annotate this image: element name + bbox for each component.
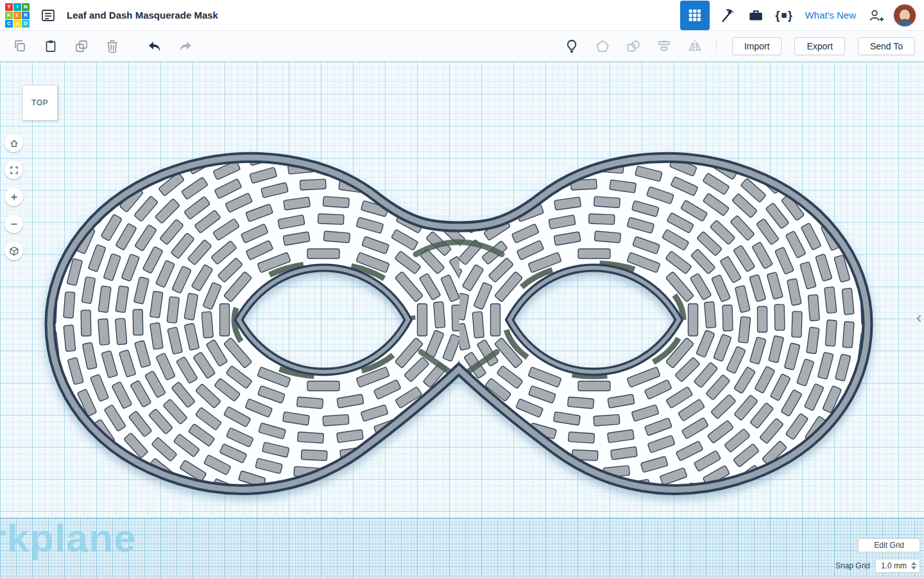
avatar[interactable] [893,4,916,27]
duplicate-icon [74,39,89,54]
logo-tile: D [22,20,30,28]
lightbulb-icon [564,39,579,54]
home-icon [9,138,19,148]
mask-model[interactable] [0,62,924,578]
properties-list-icon [40,8,56,23]
fit-view-button[interactable] [4,161,23,179]
logo-tile: A [13,20,21,28]
logo-tile: E [13,12,21,19]
snap-grid-label: Snap Grid [835,561,870,570]
paste-icon [43,39,58,54]
view-cube[interactable]: TOP [22,85,58,121]
trash-icon [105,39,120,54]
zoom-in-button[interactable] [4,188,23,206]
logo-tile: C [5,20,13,28]
redo-button[interactable] [175,35,196,57]
flip-button[interactable] [684,35,706,57]
mirror-flip-icon [687,39,703,54]
canvas-viewport[interactable]: Workplane TOP [0,62,924,578]
logo-tile: N [22,3,30,11]
ungroup-button[interactable] [622,35,644,57]
dashboard-grid-icon [688,8,702,22]
app-header: TINKERCAD Leaf and Dash Masquerade Mask [0,0,924,31]
logo-tile: T [5,3,13,11]
codeblocks-button[interactable]: { } [770,3,798,28]
snap-grid-row: Snap Grid 1.0 mm [835,559,920,573]
fit-view-icon [9,165,19,175]
snap-grid-select[interactable]: 1.0 mm [875,559,920,573]
cube-icon [9,246,19,256]
logo-tile: R [22,12,30,19]
paste-button[interactable] [40,35,62,57]
undo-button[interactable] [144,35,166,57]
ungroup-shapes-icon [626,39,641,54]
grid-controls: Edit Grid Snap Grid 1.0 mm [835,538,920,573]
logo-tile: K [5,12,13,19]
zoom-out-button[interactable] [4,215,23,233]
duplicate-button[interactable] [71,35,92,57]
plus-icon [9,192,19,202]
snap-grid-value: 1.0 mm [881,561,907,570]
align-button[interactable] [653,35,675,57]
delete-button[interactable] [101,35,123,57]
svg-text:}: } [788,8,792,21]
copy-icon [12,39,28,54]
logo-tile: I [13,3,21,11]
copy-button[interactable] [9,35,31,57]
group-shapes-icon [595,39,610,54]
dashboard-button[interactable] [680,1,710,30]
whats-new-link[interactable]: What's New [805,10,856,21]
portfolio-button[interactable] [742,3,770,28]
view-tools [4,134,23,260]
pickaxe-icon [719,7,736,24]
align-icon [656,39,672,54]
toolbar-divider [716,38,717,55]
codeblocks-icon: { } [774,7,794,24]
add-user-button[interactable] [862,3,891,28]
svg-text:{: { [776,8,780,21]
import-button[interactable]: Import [732,37,782,55]
design-title: Leaf and Dash Masquerade Mask [67,10,218,21]
panel-collapse-handle[interactable] [914,307,924,330]
group-button[interactable] [592,35,613,57]
export-button[interactable]: Export [794,37,844,55]
perspective-toggle-button[interactable] [4,241,23,260]
design-properties-button[interactable] [37,4,59,26]
chevron-left-icon [916,315,923,322]
view-home-button[interactable] [4,134,23,152]
person-plus-icon [868,7,886,24]
tinkercad-logo[interactable]: TINKERCAD [5,3,30,28]
redo-icon [178,39,193,54]
minus-icon [9,219,19,229]
send-to-button[interactable]: Send To [858,37,915,55]
view-cube-label: TOP [31,98,48,107]
spinner-icon[interactable] [911,562,916,570]
tinker-pickaxe-button[interactable] [714,3,742,28]
show-all-button[interactable] [561,35,583,57]
briefcase-icon [748,7,764,24]
undo-icon [147,39,162,54]
edit-toolbar: Import Export Send To [0,31,924,62]
edit-grid-button[interactable]: Edit Grid [858,538,920,552]
